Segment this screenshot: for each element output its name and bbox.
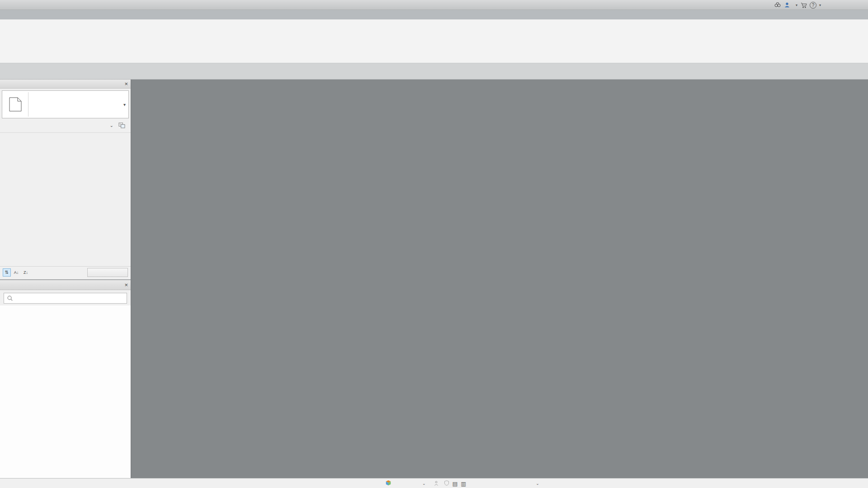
property-grid <box>0 132 131 266</box>
properties-footer: ⇅ A↓ Z↓ <box>0 266 131 278</box>
left-dock: × ▾ ⌄ <box>0 80 131 478</box>
apply-button[interactable] <box>87 268 128 277</box>
revit-window: ▾ ? ▾ × <box>0 0 868 488</box>
restore-button[interactable] <box>839 0 852 9</box>
browser-search-input[interactable] <box>4 293 127 304</box>
search-icon[interactable] <box>774 1 781 9</box>
titlebar-right: ▾ ? ▾ <box>771 0 867 10</box>
close-button[interactable] <box>854 0 867 9</box>
title-bar: ▾ ? ▾ <box>0 0 868 10</box>
ribbon <box>0 19 868 63</box>
search-icon <box>7 295 13 301</box>
design-option-arrow[interactable]: ⌄ <box>536 481 539 486</box>
user-menu-arrow[interactable]: ▾ <box>796 3 797 7</box>
sort-default-icon[interactable]: ⇅ <box>3 268 11 277</box>
instance-selector-arrow[interactable]: ⌄ <box>110 123 113 128</box>
project-browser-header: × <box>0 280 131 290</box>
browser-search-wrap <box>0 290 131 305</box>
sheet-thumbnail-icon <box>2 92 28 117</box>
type-selector[interactable]: ▾ <box>2 90 129 118</box>
edit-type-button[interactable] <box>117 122 129 129</box>
properties-close-icon[interactable]: × <box>124 80 128 87</box>
minimize-button[interactable] <box>824 0 836 9</box>
user-avatar-icon[interactable] <box>784 2 790 8</box>
sort-descending-icon[interactable]: Z↓ <box>22 268 30 277</box>
design-options-list-icon[interactable]: ▤ <box>453 480 458 487</box>
ribbon-tab-bar <box>0 10 868 19</box>
properties-header: × <box>0 80 131 89</box>
help-icon[interactable]: ? <box>810 2 816 9</box>
sort-ascending-icon[interactable]: A↓ <box>12 268 20 277</box>
store-cart-icon[interactable] <box>800 2 807 9</box>
status-bar: ⌄ ▤ ▥ ⌄ <box>0 478 868 488</box>
sheet-tree <box>0 305 131 478</box>
project-browser: × <box>0 280 131 478</box>
design-options-edit-icon[interactable]: ▥ <box>461 480 466 487</box>
main-area: × ▾ ⌄ <box>0 80 868 478</box>
instance-row: ⌄ <box>2 120 129 131</box>
options-bar <box>0 63 868 80</box>
workset-select-arrow[interactable]: ⌄ <box>422 481 426 486</box>
project-browser-close-icon[interactable]: × <box>124 282 128 288</box>
editable-only-icon[interactable] <box>434 480 437 487</box>
help-menu-arrow[interactable]: ▾ <box>819 3 821 7</box>
status-center: ⌄ ▤ ▥ ⌄ <box>385 479 539 488</box>
viewport-area <box>132 80 868 478</box>
instance-selector[interactable]: ⌄ <box>2 122 117 128</box>
properties-palette: × ▾ ⌄ <box>0 80 131 280</box>
shield-icon <box>444 480 449 488</box>
type-selector-arrow[interactable]: ▾ <box>123 102 128 107</box>
worksets-icon <box>385 480 392 488</box>
